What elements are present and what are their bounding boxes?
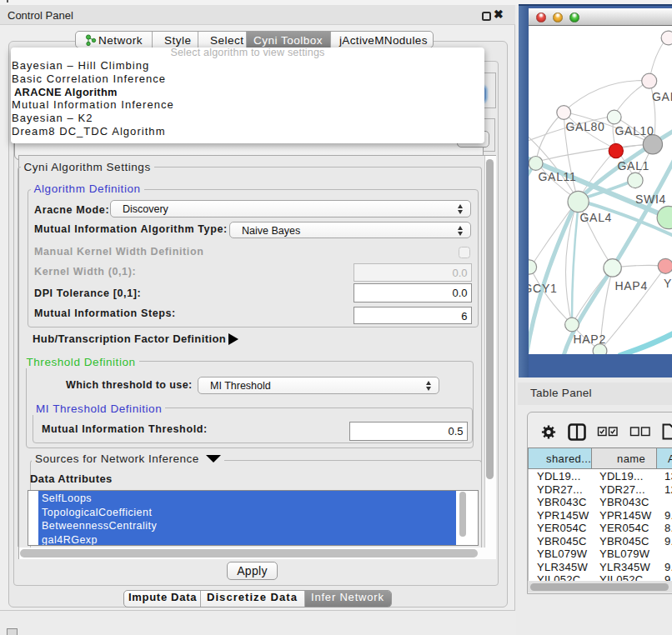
- svg-text:HAP2: HAP2: [574, 332, 606, 346]
- svg-text:GAL80: GAL80: [566, 120, 605, 133]
- svg-text:GAL11: GAL11: [539, 170, 577, 183]
- svg-text:GAL4: GAL4: [580, 211, 613, 224]
- svg-text:HAP4: HAP4: [615, 279, 648, 292]
- svg-text:YG: YG: [664, 277, 672, 290]
- svg-text:SWI4: SWI4: [635, 192, 666, 206]
- svg-text:GAL10: GAL10: [615, 124, 654, 138]
- svg-text:GAL7: GAL7: [652, 90, 672, 103]
- svg-text:GAL1: GAL1: [618, 159, 650, 172]
- svg-text:GCY1: GCY1: [529, 282, 557, 295]
